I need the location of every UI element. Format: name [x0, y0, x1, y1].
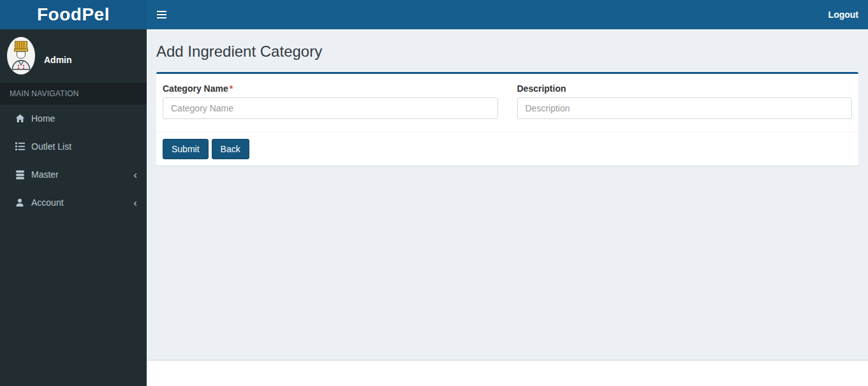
sidebar: Admin MAIN NAVIGATION Home Outlet List — [0, 29, 147, 386]
card-body: Category Name* Description — [156, 74, 858, 132]
category-name-group: Category Name* — [163, 83, 498, 119]
description-label: Description — [517, 83, 853, 94]
database-icon — [15, 169, 25, 180]
form-row: Category Name* Description — [163, 83, 852, 119]
required-marker: * — [230, 83, 233, 94]
brand-logo[interactable]: FoodPel — [0, 0, 147, 29]
chevron-left-icon: ‹ — [133, 169, 137, 180]
top-navbar: FoodPel Logout — [0, 0, 868, 29]
chevron-left-icon: ‹ — [133, 197, 137, 208]
sidebar-item-home[interactable]: Home — [0, 104, 147, 132]
sidebar-item-account[interactable]: Account ‹ — [0, 189, 147, 217]
sidebar-item-label: Outlet List — [31, 141, 137, 152]
chef-avatar-icon — [6, 36, 36, 75]
submit-button[interactable]: Submit — [163, 139, 209, 159]
sidebar-item-label: Account — [31, 197, 133, 208]
list-icon — [15, 141, 25, 152]
page-wrapper: Admin MAIN NAVIGATION Home Outlet List — [0, 29, 868, 386]
sidebar-user-panel: Admin — [0, 29, 147, 83]
sidebar-item-master[interactable]: Master ‹ — [0, 161, 147, 189]
hamburger-icon — [157, 11, 166, 12]
description-input[interactable] — [517, 97, 853, 119]
category-name-label: Category Name* — [163, 83, 498, 94]
sidebar-item-outlet-list[interactable]: Outlet List — [0, 132, 147, 161]
logout-link[interactable]: Logout — [819, 0, 868, 29]
sidebar-item-label: Master — [31, 169, 133, 180]
main-column: Add Ingredient Category Category Name* D… — [147, 29, 868, 386]
description-group: Description — [517, 83, 853, 119]
page-footer — [147, 360, 868, 386]
card-footer: Submit Back — [156, 132, 858, 166]
sidebar-item-label: Home — [31, 113, 137, 124]
home-icon — [15, 113, 25, 124]
user-icon — [15, 197, 25, 208]
back-button[interactable]: Back — [212, 139, 249, 159]
sidebar-toggle-button[interactable] — [147, 0, 176, 29]
sidebar-user-name: Admin — [44, 55, 72, 65]
category-name-input[interactable] — [163, 97, 498, 119]
add-ingredient-category-card: Category Name* Description Submit Back — [156, 72, 858, 166]
sidebar-section-header: MAIN NAVIGATION — [0, 83, 147, 104]
page-title: Add Ingredient Category — [156, 43, 858, 61]
content-area: Add Ingredient Category Category Name* D… — [147, 29, 868, 360]
navbar-spacer — [176, 0, 819, 29]
